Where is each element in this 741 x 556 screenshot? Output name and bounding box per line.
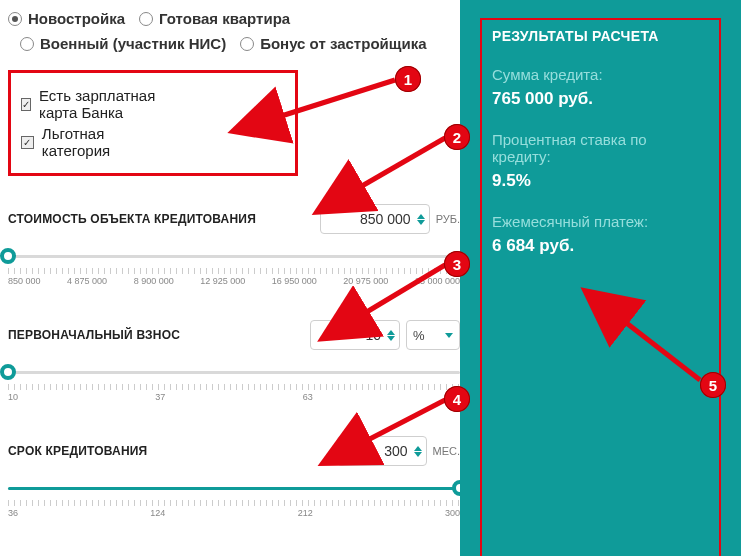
slider-thumb[interactable] [0, 248, 16, 264]
term-slider[interactable] [8, 480, 460, 496]
down-ticks: 10 37 63 90 [8, 384, 460, 408]
term-unit: МЕС. [433, 445, 461, 457]
cost-value: 850 000 [331, 211, 411, 227]
spin-up-icon[interactable] [414, 446, 422, 451]
radio-ready-flat[interactable]: Готовая квартира [139, 10, 290, 27]
spin-down-icon[interactable] [417, 220, 425, 225]
term-input[interactable]: 300 [337, 436, 427, 466]
radio-military[interactable]: Военный (участник НИС) [20, 35, 226, 52]
cost-ticks: 850 000 4 875 000 8 900 000 12 925 000 1… [8, 268, 460, 292]
amount-label: Сумма кредита: [492, 66, 709, 83]
program-row: Военный (участник НИС) Бонус от застройщ… [8, 35, 460, 52]
results-panel: РЕЗУЛЬТАТЫ РАСЧЕТА Сумма кредита: 765 00… [460, 0, 741, 556]
check-salary-card[interactable]: ✓ Есть зарплатная карта Банка [21, 87, 175, 121]
rate-value: 9.5% [492, 171, 709, 191]
down-value: 10 [321, 327, 381, 343]
radio-icon [8, 12, 22, 26]
chevron-down-icon [445, 333, 453, 338]
checkbox-icon: ✓ [21, 98, 31, 111]
results-title: РЕЗУЛЬТАТЫ РАСЧЕТА [492, 28, 709, 44]
down-slider[interactable] [8, 364, 460, 380]
slider-thumb[interactable] [0, 364, 16, 380]
check-privileged[interactable]: ✓ Льготная категория [21, 125, 175, 159]
spin-up-icon[interactable] [387, 330, 395, 335]
term-label: СРОК КРЕДИТОВАНИЯ [8, 444, 331, 458]
radio-label: Бонус от застройщика [260, 35, 426, 52]
check-label: Есть зарплатная карта Банка [39, 87, 175, 121]
check-label: Льготная категория [42, 125, 175, 159]
down-label: ПЕРВОНАЧАЛЬНЫЙ ВЗНОС [8, 328, 304, 342]
radio-icon [139, 12, 153, 26]
radio-label: Военный (участник НИС) [40, 35, 226, 52]
cost-unit: РУБ. [436, 213, 460, 225]
down-input[interactable]: 10 [310, 320, 400, 350]
radio-label: Готовая квартира [159, 10, 290, 27]
checkbox-icon: ✓ [21, 136, 34, 149]
term-value: 300 [348, 443, 408, 459]
radio-new-build[interactable]: Новостройка [8, 10, 125, 27]
radio-bonus[interactable]: Бонус от застройщика [240, 35, 426, 52]
down-unit: % [413, 328, 425, 343]
cost-group: СТОИМОСТЬ ОБЪЕКТА КРЕДИТОВАНИЯ 850 000 Р… [8, 204, 460, 292]
down-unit-select[interactable]: % [406, 320, 460, 350]
property-type-row: Новостройка Готовая квартира [8, 10, 460, 27]
cost-input[interactable]: 850 000 [320, 204, 430, 234]
radio-icon [240, 37, 254, 51]
term-ticks: 36 124 212 300 [8, 500, 460, 524]
radio-label: Новостройка [28, 10, 125, 27]
rate-label: Процентная ставка по кредиту: [492, 131, 709, 165]
spin-up-icon[interactable] [417, 214, 425, 219]
options-group: ✓ Есть зарплатная карта Банка ✓ Льготная… [8, 70, 298, 176]
payment-value: 6 684 руб. [492, 236, 709, 256]
payment-label: Ежемесячный платеж: [492, 213, 709, 230]
spin-down-icon[interactable] [387, 336, 395, 341]
down-group: ПЕРВОНАЧАЛЬНЫЙ ВЗНОС 10 % [8, 320, 460, 408]
amount-value: 765 000 руб. [492, 89, 709, 109]
radio-icon [20, 37, 34, 51]
cost-slider[interactable] [8, 248, 460, 264]
spin-down-icon[interactable] [414, 452, 422, 457]
results-box: РЕЗУЛЬТАТЫ РАСЧЕТА Сумма кредита: 765 00… [480, 18, 721, 556]
cost-label: СТОИМОСТЬ ОБЪЕКТА КРЕДИТОВАНИЯ [8, 212, 314, 226]
term-group: СРОК КРЕДИТОВАНИЯ 300 МЕС. 36 124 212 [8, 436, 460, 524]
